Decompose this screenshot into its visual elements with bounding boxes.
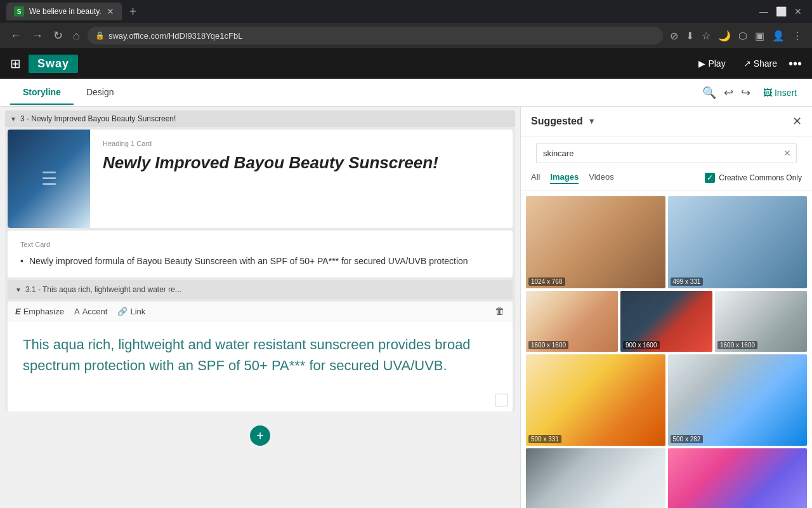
thumb-label-6: 500 x 331 — [528, 435, 561, 443]
thumb-label-1: 1024 x 768 — [528, 277, 565, 286]
tab-design[interactable]: Design — [74, 81, 127, 105]
accent-tool[interactable]: A Accent — [74, 307, 107, 316]
add-btn-container: + — [0, 415, 520, 456]
redo-btn[interactable]: ↪ — [741, 86, 750, 100]
sidebar-icon[interactable]: ▣ — [753, 30, 766, 42]
heading-card[interactable]: ☰ Heading 1 Card Newly Improved Bayou Be… — [8, 130, 513, 228]
more-options-btn[interactable]: ••• — [789, 57, 802, 71]
cc-label: Creative Commons Only — [719, 173, 802, 182]
forward-btn[interactable]: → — [29, 28, 46, 44]
accent-icon: A — [74, 307, 80, 316]
cc-check-mark: ✓ — [705, 173, 715, 183]
sub-collapse-icon[interactable]: ▼ — [15, 286, 22, 293]
profile-icon[interactable]: 👤 — [770, 30, 787, 42]
refresh-btn[interactable]: ↻ — [51, 27, 65, 44]
search-input[interactable] — [537, 149, 778, 158]
tab-storyline[interactable]: Storyline — [10, 81, 74, 105]
thumb-bg-8 — [526, 448, 665, 508]
sway-logo: Sway — [29, 55, 78, 73]
emphasize-tool[interactable]: E Emphasize — [15, 307, 64, 316]
edit-content[interactable]: This aqua rich, lightweight and water re… — [8, 321, 513, 389]
new-tab-btn[interactable]: + — [129, 4, 137, 19]
image-thumb-1[interactable]: 1024 x 768 — [526, 196, 665, 288]
image-thumb-2[interactable]: 499 x 331 — [668, 196, 808, 288]
undo-btn[interactable]: ↩ — [724, 86, 733, 100]
heading-card-title: Newly Improved Bayou Beauty Sunscreen! — [103, 152, 500, 174]
add-card-btn[interactable]: + — [250, 425, 270, 446]
tab-close-btn[interactable]: ✕ — [107, 6, 114, 17]
extension-icon[interactable]: ⬡ — [737, 30, 749, 42]
link-icon: 🔗 — [117, 307, 128, 316]
image-thumb-6[interactable]: 500 x 331 — [526, 354, 665, 446]
search-bar: ✕ — [536, 143, 797, 163]
share-button[interactable]: ↗ Share — [737, 55, 783, 72]
thumb-label-2: 499 x 331 — [671, 277, 704, 286]
lock-icon: 🔒 — [95, 31, 105, 40]
right-panel: Suggested ▼ ✕ ✕ All Images Videos ✓ Crea… — [520, 107, 812, 508]
waffle-menu-icon[interactable]: ⊞ — [10, 56, 21, 71]
text-card-item: Newly improved formula of Bayou Beauty S… — [20, 255, 500, 267]
back-btn[interactable]: ← — [8, 28, 24, 44]
image-thumb-8[interactable]: 800 x 533 — [526, 448, 665, 508]
story-item-3: ▼ 3 - Newly Improved Bayou Beauty Sunscr… — [5, 110, 515, 411]
thumb-label-7: 500 x 282 — [671, 435, 704, 443]
text-card[interactable]: Text Card Newly improved formula of Bayo… — [8, 231, 513, 277]
cc-checkbox-container[interactable]: ✓ Creative Commons Only — [705, 173, 802, 183]
heading-card-label: Heading 1 Card — [103, 140, 500, 147]
share-icon: ↗ — [743, 58, 751, 69]
play-button[interactable]: ▶ Play — [692, 55, 731, 72]
panel-dropdown-icon[interactable]: ▼ — [588, 117, 596, 126]
play-icon: ▶ — [698, 58, 705, 69]
image-thumb-7[interactable]: 500 x 282 — [668, 354, 808, 446]
search-clear-btn[interactable]: ✕ — [778, 148, 796, 158]
tab-bar-actions: 🔍 ↩ ↪ 🖼 Insert — [702, 85, 802, 100]
panel-header: Suggested ▼ ✕ — [521, 107, 812, 137]
edit-toolbar: E Emphasize A Accent 🔗 Link 🗑 — [8, 302, 513, 321]
thumb-inner-6: 500 x 331 — [526, 354, 665, 446]
browser-close-btn[interactable]: ✕ — [790, 6, 806, 17]
story-item-3-header[interactable]: ▼ 3 - Newly Improved Bayou Beauty Sunscr… — [5, 110, 515, 127]
link-tool[interactable]: 🔗 Link — [117, 307, 145, 316]
tab-bar: Storyline Design 🔍 ↩ ↪ 🖼 Insert — [0, 79, 812, 107]
search-container: ✕ — [521, 137, 812, 171]
image-thumb-3[interactable]: 1600 x 1600 — [526, 291, 618, 352]
download-icon[interactable]: ⬇ — [684, 30, 696, 42]
browser-maximize-btn[interactable]: ⬜ — [772, 6, 790, 17]
filter-videos-tab[interactable]: Videos — [589, 171, 614, 184]
browser-tab-bar: S We believe in beauty. ✕ + — ⬜ ✕ — [0, 0, 812, 23]
image-thumb-9[interactable]: 1000 x 1000 — [668, 448, 808, 508]
thumb-label-4: 900 x 1600 — [623, 341, 660, 349]
image-thumb-5[interactable]: 1600 x 1600 — [715, 291, 807, 352]
search-btn[interactable]: 🔍 — [702, 86, 716, 100]
thumb-inner-3: 1600 x 1600 — [526, 291, 618, 352]
insert-button[interactable]: 🖼 Insert — [758, 85, 802, 100]
card-content: Heading 1 Card Newly Improved Bayou Beau… — [90, 130, 513, 228]
collapse-icon[interactable]: ▼ — [10, 116, 16, 123]
image-row-2: 1600 x 1600 900 x 1600 1600 x 1600 — [526, 291, 807, 352]
resize-handle[interactable] — [495, 394, 508, 406]
tab-favicon: S — [14, 6, 24, 17]
panel-title: Suggested — [531, 116, 583, 127]
filter-images-tab[interactable]: Images — [550, 171, 579, 184]
url-text: sway.office.com/HdDI9318Yqe1cFbL — [108, 31, 243, 41]
settings-icon[interactable]: ⋮ — [790, 30, 804, 42]
thumb-bg-2 — [668, 196, 808, 288]
card-image: ☰ — [8, 130, 90, 228]
sub-item-3-1-header[interactable]: ▼ 3.1 - This aqua rich, lightweight and … — [8, 280, 513, 299]
star-icon[interactable]: ☆ — [700, 30, 712, 42]
browser-tab[interactable]: S We believe in beauty. ✕ — [6, 3, 122, 20]
tab-title: We believe in beauty. — [29, 7, 102, 16]
delete-btn[interactable]: 🗑 — [495, 305, 505, 317]
home-btn[interactable]: ⌂ — [70, 28, 82, 44]
thumb-inner-5: 1600 x 1600 — [715, 291, 807, 352]
panel-close-btn[interactable]: ✕ — [792, 114, 802, 128]
address-bar[interactable]: 🔒 sway.office.com/HdDI9318Yqe1cFbL — [88, 27, 663, 44]
filter-all-tab[interactable]: All — [531, 171, 540, 184]
insert-icon: 🖼 — [763, 88, 772, 98]
thumb-bg-9 — [668, 448, 808, 508]
browser-minimize-btn[interactable]: — — [756, 6, 772, 17]
image-thumb-4[interactable]: 900 x 1600 — [620, 291, 712, 352]
thumb-label-5: 1600 x 1600 — [717, 341, 757, 349]
image-row-4: 800 x 533 1000 x 1000 — [526, 448, 807, 508]
image-row-3: 500 x 331 500 x 282 — [526, 354, 807, 446]
